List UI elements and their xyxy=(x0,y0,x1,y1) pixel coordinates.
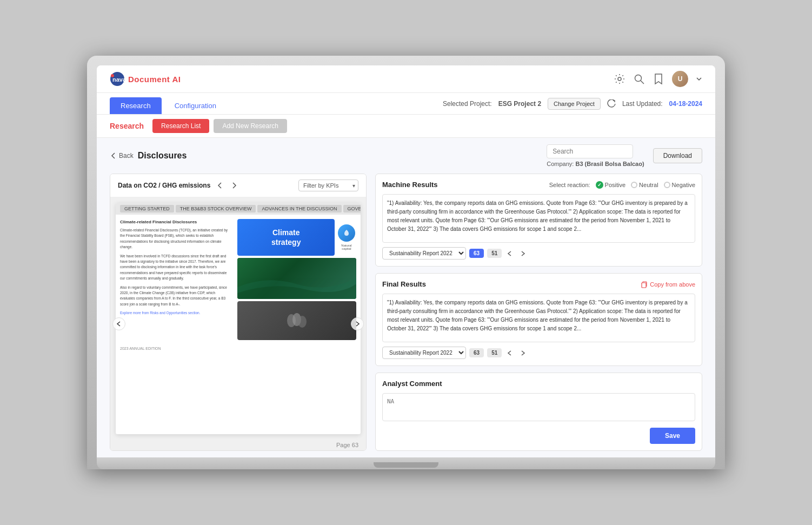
project-name: ESG Project 2 xyxy=(498,100,541,108)
sub-nav-title: Research xyxy=(110,122,144,130)
analyst-comment-title: Analyst Comment xyxy=(382,380,695,388)
doc-tab-governance[interactable]: GOVERNANCE AND ETHICAL ACTION xyxy=(343,205,361,212)
page-indicator: Page 63 xyxy=(110,440,366,450)
right-panel: Machine Results Select reaction: ✓ Posit… xyxy=(375,174,702,451)
company-name: B3 (Brasil Bolsa Balcao) xyxy=(575,161,644,167)
doc-caption: 2023 ANNUAL EDITION xyxy=(116,344,361,353)
chevron-down-icon[interactable] xyxy=(696,76,702,82)
doc-nav-right-button[interactable] xyxy=(351,317,364,330)
company-label: Company: xyxy=(547,161,574,167)
final-source-select[interactable]: Sustainability Report 2022 xyxy=(382,347,466,359)
header-actions: U xyxy=(614,71,702,87)
doc-nav-left-button[interactable] xyxy=(112,317,125,330)
svg-point-2 xyxy=(111,74,114,77)
climate-strategy-box: Climatestrategy xyxy=(237,219,335,256)
filter-wrapper: Filter by KPIs All KPIs CO2 Emissions GH… xyxy=(298,180,358,191)
last-updated-date: 04-18-2024 xyxy=(669,100,702,108)
avatar[interactable]: U xyxy=(672,71,688,87)
river-svg xyxy=(237,263,356,299)
download-button[interactable]: Download xyxy=(653,148,702,163)
nature-image xyxy=(237,258,356,299)
last-updated-label: Last Updated: xyxy=(622,100,663,108)
page-title: Disclosures xyxy=(138,151,187,161)
svg-point-3 xyxy=(618,77,621,81)
final-source-next-button[interactable] xyxy=(518,348,528,358)
final-page-badge-1: 63 xyxy=(469,348,484,357)
analyst-comment-card: Analyst Comment Save xyxy=(375,373,702,451)
positive-reaction-option[interactable]: ✓ Positive xyxy=(596,181,626,189)
content-area: Back Disclosures Company: B3 (Brasil Bol… xyxy=(97,138,715,457)
machine-results-card: Machine Results Select reaction: ✓ Posit… xyxy=(375,174,702,267)
project-label: Selected Project: xyxy=(443,100,492,108)
kpi-title: Data on CO2 / GHG emissions xyxy=(118,182,210,189)
doc-tab-getting-started[interactable]: GETTING STARTED xyxy=(120,205,174,212)
machine-source-row: Sustainability Report 2022 63 51 xyxy=(382,247,695,260)
svg-point-4 xyxy=(635,75,642,82)
analyst-comment-textarea[interactable] xyxy=(382,393,695,421)
breadcrumb-row: Back Disclosures Company: B3 (Brasil Bol… xyxy=(110,144,702,167)
tab-configuration[interactable]: Configuration xyxy=(164,97,227,114)
tab-research[interactable]: Research xyxy=(110,97,162,114)
left-panel: Data on CO2 / GHG emissions xyxy=(110,174,367,451)
copy-from-above-button[interactable]: Copy from above xyxy=(640,281,695,288)
doc-tab-stock[interactable]: THE B3&B3 STOCK OVERVIEW xyxy=(176,205,256,212)
copy-icon xyxy=(640,281,648,288)
doc-toolbar: GETTING STARTED THE B3&B3 STOCK OVERVIEW… xyxy=(116,203,361,215)
kpi-header: Data on CO2 / GHG emissions xyxy=(110,174,366,197)
natural-capital-icon xyxy=(338,224,355,242)
machine-page-badge-1: 63 xyxy=(469,249,484,258)
neutral-label: Neutral xyxy=(639,182,658,188)
app-header: nava Document AI U xyxy=(97,65,715,93)
laptop-notch xyxy=(374,462,438,468)
final-results-card: Final Results Copy from above "1) Availa… xyxy=(375,273,702,366)
neutral-radio[interactable] xyxy=(631,182,637,188)
back-button[interactable]: Back xyxy=(110,152,134,160)
negative-radio[interactable] xyxy=(664,182,670,188)
doc-text-column: Climate-related Financial Disclosures Cl… xyxy=(116,215,233,344)
machine-results-title: Machine Results xyxy=(382,181,438,189)
final-source-prev-button[interactable] xyxy=(505,348,515,358)
settings-icon[interactable] xyxy=(614,73,625,85)
reaction-label: Select reaction: xyxy=(549,182,590,188)
laptop-base xyxy=(97,457,715,469)
logo-icon: nava xyxy=(110,71,125,87)
machine-results-header: Machine Results Select reaction: ✓ Posit… xyxy=(382,181,695,189)
change-project-button[interactable]: Change Project xyxy=(548,98,601,110)
refresh-icon xyxy=(607,99,616,108)
final-page-badge-2: 51 xyxy=(487,348,502,357)
doc-page: GETTING STARTED THE B3&B3 STOCK OVERVIEW… xyxy=(116,203,361,434)
filter-by-kpis-select[interactable]: Filter by KPIs All KPIs CO2 Emissions GH… xyxy=(298,180,358,191)
positive-label: Positive xyxy=(605,182,626,188)
bookmark-icon[interactable] xyxy=(653,73,664,85)
positive-radio[interactable]: ✓ xyxy=(596,181,603,189)
machine-page-badge-2: 51 xyxy=(487,249,502,258)
machine-source-select[interactable]: Sustainability Report 2022 xyxy=(382,247,466,260)
app-title: Document AI xyxy=(128,75,181,84)
climate-strategy-title: Climatestrategy xyxy=(271,228,301,247)
final-results-text[interactable]: "1) Availability: Yes, the company repor… xyxy=(382,294,695,342)
source-next-button[interactable] xyxy=(518,249,528,258)
doc-visual-column: Climatestrategy Natural capital xyxy=(233,215,361,344)
research-list-button[interactable]: Research List xyxy=(152,119,209,133)
svg-line-5 xyxy=(641,81,644,84)
people-silhouette xyxy=(281,310,313,331)
people-image xyxy=(237,301,356,340)
save-button[interactable]: Save xyxy=(650,428,695,444)
kpi-next-button[interactable] xyxy=(229,180,239,191)
search-icon[interactable] xyxy=(633,73,645,85)
search-input[interactable] xyxy=(547,144,633,158)
source-prev-button[interactable] xyxy=(505,249,515,258)
doc-tab-advances[interactable]: ADVANCES IN THE DISCUSSION xyxy=(257,205,341,212)
sub-nav: Research Research List Add New Research xyxy=(97,115,715,138)
svg-point-8 xyxy=(298,316,307,328)
document-viewer: GETTING STARTED THE B3&B3 STOCK OVERVIEW… xyxy=(110,197,366,450)
negative-reaction-option[interactable]: Negative xyxy=(664,182,695,188)
add-new-research-button[interactable]: Add New Research xyxy=(214,119,287,133)
machine-results-text: "1) Availability: Yes, the company repor… xyxy=(382,194,695,243)
copy-label: Copy from above xyxy=(650,281,695,288)
kpi-prev-button[interactable] xyxy=(215,180,225,191)
final-results-title: Final Results xyxy=(382,280,426,288)
neutral-reaction-option[interactable]: Neutral xyxy=(631,182,658,188)
logo-area: nava Document AI xyxy=(110,71,181,87)
final-source-row: Sustainability Report 2022 63 51 xyxy=(382,347,695,359)
